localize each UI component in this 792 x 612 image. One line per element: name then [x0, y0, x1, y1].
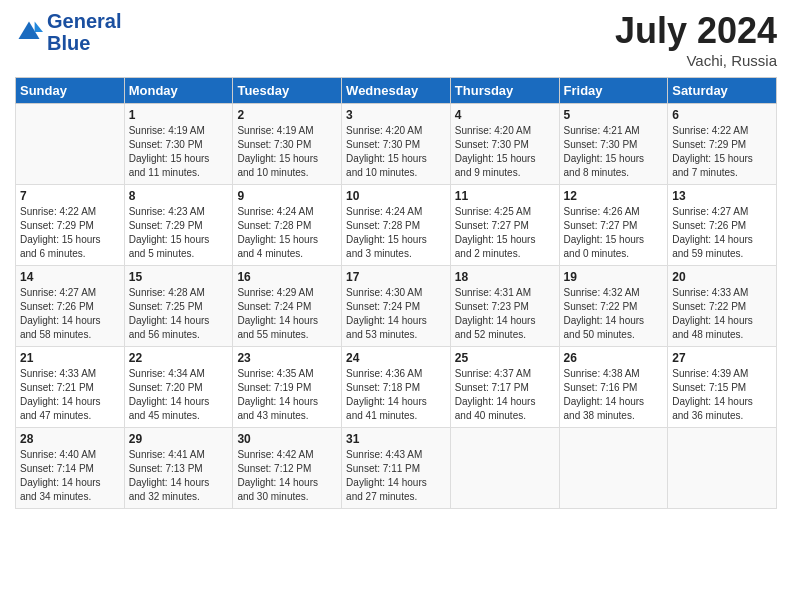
day-number: 16	[237, 270, 337, 284]
day-info: Sunrise: 4:27 AMSunset: 7:26 PMDaylight:…	[672, 205, 772, 261]
day-info: Sunrise: 4:20 AMSunset: 7:30 PMDaylight:…	[346, 124, 446, 180]
calendar-cell: 30Sunrise: 4:42 AMSunset: 7:12 PMDayligh…	[233, 428, 342, 509]
day-info: Sunrise: 4:24 AMSunset: 7:28 PMDaylight:…	[237, 205, 337, 261]
calendar-cell	[559, 428, 668, 509]
day-number: 12	[564, 189, 664, 203]
day-number: 11	[455, 189, 555, 203]
calendar-cell: 19Sunrise: 4:32 AMSunset: 7:22 PMDayligh…	[559, 266, 668, 347]
calendar-cell: 5Sunrise: 4:21 AMSunset: 7:30 PMDaylight…	[559, 104, 668, 185]
day-info: Sunrise: 4:29 AMSunset: 7:24 PMDaylight:…	[237, 286, 337, 342]
calendar-cell: 12Sunrise: 4:26 AMSunset: 7:27 PMDayligh…	[559, 185, 668, 266]
svg-marker-1	[35, 22, 43, 33]
day-info: Sunrise: 4:38 AMSunset: 7:16 PMDaylight:…	[564, 367, 664, 423]
calendar-week-4: 21Sunrise: 4:33 AMSunset: 7:21 PMDayligh…	[16, 347, 777, 428]
calendar-header-row: SundayMondayTuesdayWednesdayThursdayFrid…	[16, 78, 777, 104]
day-number: 23	[237, 351, 337, 365]
calendar-header-thursday: Thursday	[450, 78, 559, 104]
calendar-header-tuesday: Tuesday	[233, 78, 342, 104]
calendar-cell: 11Sunrise: 4:25 AMSunset: 7:27 PMDayligh…	[450, 185, 559, 266]
day-number: 18	[455, 270, 555, 284]
day-info: Sunrise: 4:22 AMSunset: 7:29 PMDaylight:…	[20, 205, 120, 261]
calendar-cell: 14Sunrise: 4:27 AMSunset: 7:26 PMDayligh…	[16, 266, 125, 347]
calendar-cell: 16Sunrise: 4:29 AMSunset: 7:24 PMDayligh…	[233, 266, 342, 347]
day-info: Sunrise: 4:22 AMSunset: 7:29 PMDaylight:…	[672, 124, 772, 180]
day-number: 2	[237, 108, 337, 122]
page-container: General Blue July 2024 Vachi, Russia Sun…	[0, 0, 792, 519]
day-info: Sunrise: 4:23 AMSunset: 7:29 PMDaylight:…	[129, 205, 229, 261]
calendar-cell: 9Sunrise: 4:24 AMSunset: 7:28 PMDaylight…	[233, 185, 342, 266]
day-info: Sunrise: 4:19 AMSunset: 7:30 PMDaylight:…	[237, 124, 337, 180]
day-number: 4	[455, 108, 555, 122]
calendar-table: SundayMondayTuesdayWednesdayThursdayFrid…	[15, 77, 777, 509]
calendar-header-saturday: Saturday	[668, 78, 777, 104]
day-info: Sunrise: 4:24 AMSunset: 7:28 PMDaylight:…	[346, 205, 446, 261]
day-info: Sunrise: 4:37 AMSunset: 7:17 PMDaylight:…	[455, 367, 555, 423]
day-info: Sunrise: 4:36 AMSunset: 7:18 PMDaylight:…	[346, 367, 446, 423]
calendar-cell: 4Sunrise: 4:20 AMSunset: 7:30 PMDaylight…	[450, 104, 559, 185]
calendar-cell: 29Sunrise: 4:41 AMSunset: 7:13 PMDayligh…	[124, 428, 233, 509]
calendar-cell: 13Sunrise: 4:27 AMSunset: 7:26 PMDayligh…	[668, 185, 777, 266]
day-info: Sunrise: 4:33 AMSunset: 7:22 PMDaylight:…	[672, 286, 772, 342]
day-number: 29	[129, 432, 229, 446]
calendar-cell: 26Sunrise: 4:38 AMSunset: 7:16 PMDayligh…	[559, 347, 668, 428]
logo-line1: General	[47, 10, 121, 32]
day-number: 17	[346, 270, 446, 284]
calendar-cell: 25Sunrise: 4:37 AMSunset: 7:17 PMDayligh…	[450, 347, 559, 428]
day-info: Sunrise: 4:25 AMSunset: 7:27 PMDaylight:…	[455, 205, 555, 261]
day-info: Sunrise: 4:40 AMSunset: 7:14 PMDaylight:…	[20, 448, 120, 504]
day-number: 8	[129, 189, 229, 203]
calendar-cell: 20Sunrise: 4:33 AMSunset: 7:22 PMDayligh…	[668, 266, 777, 347]
day-number: 26	[564, 351, 664, 365]
calendar-cell	[16, 104, 125, 185]
day-info: Sunrise: 4:35 AMSunset: 7:19 PMDaylight:…	[237, 367, 337, 423]
day-info: Sunrise: 4:19 AMSunset: 7:30 PMDaylight:…	[129, 124, 229, 180]
page-header: General Blue July 2024 Vachi, Russia	[15, 10, 777, 69]
day-number: 3	[346, 108, 446, 122]
calendar-cell: 8Sunrise: 4:23 AMSunset: 7:29 PMDaylight…	[124, 185, 233, 266]
calendar-cell	[450, 428, 559, 509]
day-number: 21	[20, 351, 120, 365]
calendar-cell: 21Sunrise: 4:33 AMSunset: 7:21 PMDayligh…	[16, 347, 125, 428]
day-number: 15	[129, 270, 229, 284]
calendar-header-monday: Monday	[124, 78, 233, 104]
calendar-cell: 24Sunrise: 4:36 AMSunset: 7:18 PMDayligh…	[342, 347, 451, 428]
calendar-cell	[668, 428, 777, 509]
calendar-week-3: 14Sunrise: 4:27 AMSunset: 7:26 PMDayligh…	[16, 266, 777, 347]
day-number: 13	[672, 189, 772, 203]
calendar-cell: 3Sunrise: 4:20 AMSunset: 7:30 PMDaylight…	[342, 104, 451, 185]
title-block: July 2024 Vachi, Russia	[615, 10, 777, 69]
day-number: 10	[346, 189, 446, 203]
day-info: Sunrise: 4:28 AMSunset: 7:25 PMDaylight:…	[129, 286, 229, 342]
calendar-cell: 15Sunrise: 4:28 AMSunset: 7:25 PMDayligh…	[124, 266, 233, 347]
day-number: 30	[237, 432, 337, 446]
calendar-cell: 27Sunrise: 4:39 AMSunset: 7:15 PMDayligh…	[668, 347, 777, 428]
day-number: 7	[20, 189, 120, 203]
day-info: Sunrise: 4:42 AMSunset: 7:12 PMDaylight:…	[237, 448, 337, 504]
calendar-cell: 22Sunrise: 4:34 AMSunset: 7:20 PMDayligh…	[124, 347, 233, 428]
calendar-header-wednesday: Wednesday	[342, 78, 451, 104]
day-number: 31	[346, 432, 446, 446]
day-info: Sunrise: 4:20 AMSunset: 7:30 PMDaylight:…	[455, 124, 555, 180]
day-number: 14	[20, 270, 120, 284]
calendar-header-friday: Friday	[559, 78, 668, 104]
calendar-header-sunday: Sunday	[16, 78, 125, 104]
day-info: Sunrise: 4:21 AMSunset: 7:30 PMDaylight:…	[564, 124, 664, 180]
day-info: Sunrise: 4:32 AMSunset: 7:22 PMDaylight:…	[564, 286, 664, 342]
calendar-cell: 2Sunrise: 4:19 AMSunset: 7:30 PMDaylight…	[233, 104, 342, 185]
logo: General Blue	[15, 10, 121, 54]
calendar-cell: 6Sunrise: 4:22 AMSunset: 7:29 PMDaylight…	[668, 104, 777, 185]
month-title: July 2024	[615, 10, 777, 52]
day-info: Sunrise: 4:26 AMSunset: 7:27 PMDaylight:…	[564, 205, 664, 261]
calendar-cell: 31Sunrise: 4:43 AMSunset: 7:11 PMDayligh…	[342, 428, 451, 509]
day-info: Sunrise: 4:30 AMSunset: 7:24 PMDaylight:…	[346, 286, 446, 342]
day-number: 19	[564, 270, 664, 284]
day-number: 22	[129, 351, 229, 365]
day-info: Sunrise: 4:39 AMSunset: 7:15 PMDaylight:…	[672, 367, 772, 423]
logo-text: General Blue	[47, 10, 121, 54]
calendar-cell: 7Sunrise: 4:22 AMSunset: 7:29 PMDaylight…	[16, 185, 125, 266]
day-number: 20	[672, 270, 772, 284]
day-number: 24	[346, 351, 446, 365]
day-info: Sunrise: 4:33 AMSunset: 7:21 PMDaylight:…	[20, 367, 120, 423]
location: Vachi, Russia	[615, 52, 777, 69]
calendar-cell: 18Sunrise: 4:31 AMSunset: 7:23 PMDayligh…	[450, 266, 559, 347]
